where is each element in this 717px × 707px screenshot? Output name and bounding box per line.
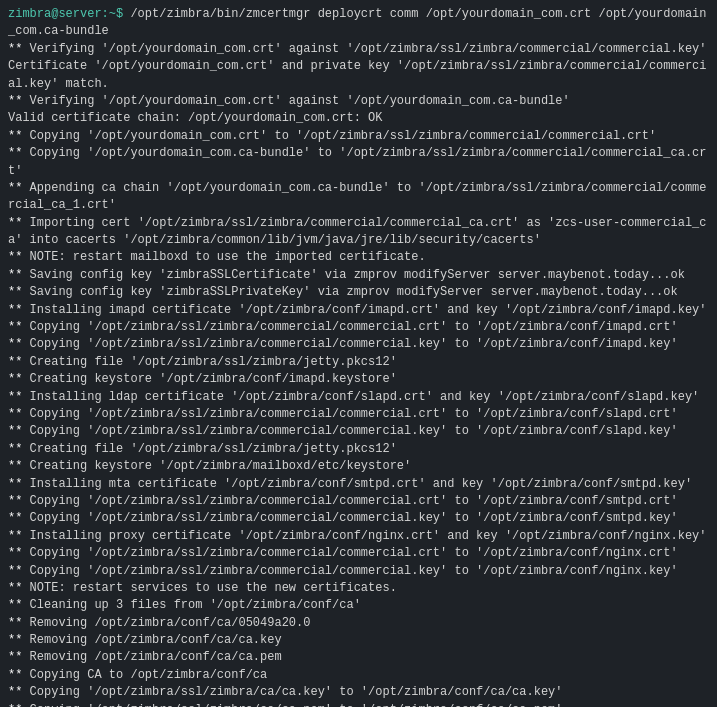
- terminal-line: ** Cleaning up 3 files from '/opt/zimbra…: [8, 597, 709, 614]
- terminal-line: ** Copying '/opt/yourdomain_com.crt' to …: [8, 128, 709, 145]
- terminal-line: ** NOTE: restart services to use the new…: [8, 580, 709, 597]
- terminal-line: ** NOTE: restart mailboxd to use the imp…: [8, 249, 709, 266]
- terminal-line: ** Verifying '/opt/yourdomain_com.crt' a…: [8, 93, 709, 110]
- terminal-line: ** Copying '/opt/zimbra/ssl/zimbra/comme…: [8, 545, 709, 562]
- terminal-line: ** Creating keystore '/opt/zimbra/conf/i…: [8, 371, 709, 388]
- terminal-line: ** Appending ca chain '/opt/yourdomain_c…: [8, 180, 709, 215]
- terminal-line: ** Installing ldap certificate '/opt/zim…: [8, 389, 709, 406]
- terminal-line: ** Creating keystore '/opt/zimbra/mailbo…: [8, 458, 709, 475]
- terminal-line: ** Creating file '/opt/zimbra/ssl/zimbra…: [8, 441, 709, 458]
- terminal-line: ** Copying '/opt/zimbra/ssl/zimbra/ca/ca…: [8, 702, 709, 707]
- terminal-line: ** Copying '/opt/zimbra/ssl/zimbra/comme…: [8, 336, 709, 353]
- terminal-line: ** Installing imapd certificate '/opt/zi…: [8, 302, 709, 319]
- terminal-line: ** Copying '/opt/yourdomain_com.ca-bundl…: [8, 145, 709, 180]
- terminal-output: zimbra@server:~$ /opt/zimbra/bin/zmcertm…: [8, 6, 709, 707]
- terminal-line: ** Removing /opt/zimbra/conf/ca/ca.key: [8, 632, 709, 649]
- terminal-line: ** Copying '/opt/zimbra/ssl/zimbra/comme…: [8, 406, 709, 423]
- terminal-line: ** Copying '/opt/zimbra/ssl/zimbra/comme…: [8, 319, 709, 336]
- terminal-line: ** Copying '/opt/zimbra/ssl/zimbra/ca/ca…: [8, 684, 709, 701]
- terminal-line: ** Installing proxy certificate '/opt/zi…: [8, 528, 709, 545]
- terminal-line: ** Copying CA to /opt/zimbra/conf/ca: [8, 667, 709, 684]
- terminal-line: ** Saving config key 'zimbraSSLCertifica…: [8, 267, 709, 284]
- terminal-line: ** Creating file '/opt/zimbra/ssl/zimbra…: [8, 354, 709, 371]
- terminal-line: ** Copying '/opt/zimbra/ssl/zimbra/comme…: [8, 563, 709, 580]
- terminal-line: ** Removing /opt/zimbra/conf/ca/05049a20…: [8, 615, 709, 632]
- terminal-line: ** Verifying '/opt/yourdomain_com.crt' a…: [8, 41, 709, 58]
- terminal-line: ** Importing cert '/opt/zimbra/ssl/zimbr…: [8, 215, 709, 250]
- terminal-line: ** Saving config key 'zimbraSSLPrivateKe…: [8, 284, 709, 301]
- terminal-line: Certificate '/opt/yourdomain_com.crt' an…: [8, 58, 709, 93]
- terminal-line: ** Copying '/opt/zimbra/ssl/zimbra/comme…: [8, 510, 709, 527]
- terminal-line: Valid certificate chain: /opt/yourdomain…: [8, 110, 709, 127]
- terminal-line: ** Removing /opt/zimbra/conf/ca/ca.pem: [8, 649, 709, 666]
- terminal-line: ** Copying '/opt/zimbra/ssl/zimbra/comme…: [8, 493, 709, 510]
- terminal-line: zimbra@server:~$ /opt/zimbra/bin/zmcertm…: [8, 6, 709, 41]
- terminal-window: zimbra@server:~$ /opt/zimbra/bin/zmcertm…: [0, 0, 717, 707]
- terminal-line: ** Installing mta certificate '/opt/zimb…: [8, 476, 709, 493]
- terminal-line: ** Copying '/opt/zimbra/ssl/zimbra/comme…: [8, 423, 709, 440]
